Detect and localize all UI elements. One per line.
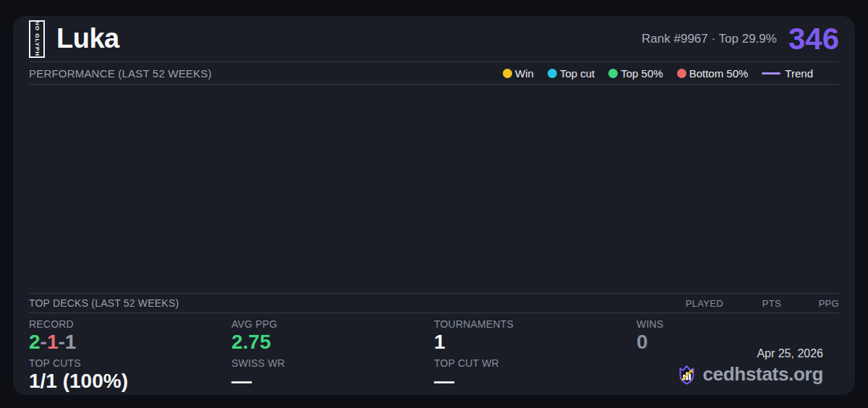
column-header-ppg: PPG	[781, 298, 839, 309]
stat-value-top-cut-wr: —	[434, 370, 637, 391]
legend-label: Top cut	[560, 67, 595, 80]
header-right: Rank #9967 · Top 29.9% 346	[642, 24, 839, 54]
brand-name: cedhstats.org	[702, 363, 823, 386]
stat-avg-ppg: AVG PPG 2.75	[231, 318, 434, 357]
stat-tournaments: TOURNAMENTS 1	[434, 318, 637, 357]
bottom50-dot-icon	[677, 69, 686, 78]
card-header: NO GLYPH Luka Rank #9967 · Top 29.9% 346	[29, 16, 839, 62]
brand-row: cedhstats.org	[677, 363, 823, 386]
record-draws: 1	[65, 331, 77, 353]
stat-value-record: 2-1-1	[29, 331, 231, 352]
player-name: Luka	[56, 23, 119, 54]
top-decks-title: TOP DECKS (LAST 52 WEEKS)	[29, 297, 179, 309]
avatar-placeholder-icon: NO GLYPH	[29, 20, 45, 58]
record-losses: 1	[47, 331, 59, 353]
legend-label: Bottom 50%	[689, 67, 749, 80]
stat-label: SWISS WR	[231, 357, 434, 369]
points-value: 346	[788, 24, 839, 54]
stat-label: AVG PPG	[231, 318, 434, 330]
column-header-pts: PTS	[723, 298, 781, 309]
avatar-placeholder-label: NO GLYPH	[34, 21, 41, 56]
performance-header-row: PERFORMANCE (LAST 52 WEEKS) Win Top cut …	[29, 62, 839, 85]
chart-legend: Win Top cut Top 50% Bottom 50% Trend	[503, 67, 839, 80]
top-decks-header-row: TOP DECKS (LAST 52 WEEKS) PLAYED PTS PPG	[29, 294, 839, 313]
trend-line-icon	[762, 72, 780, 75]
stat-top-cut-wr: TOP CUT WR —	[434, 357, 637, 396]
win-dot-icon	[503, 69, 512, 78]
legend-item-win: Win	[503, 67, 534, 80]
legend-item-trend: Trend	[762, 67, 813, 80]
legend-label: Win	[515, 67, 534, 80]
stat-value-avg-ppg: 2.75	[231, 331, 434, 352]
legend-item-top-cut: Top cut	[548, 67, 595, 80]
top-cut-dot-icon	[548, 69, 557, 78]
legend-label: Top 50%	[621, 67, 663, 80]
legend-item-bottom50: Bottom 50%	[677, 67, 749, 80]
stat-value-tournaments: 1	[434, 331, 637, 352]
stat-value-top-cuts: 1/1 (100%)	[29, 370, 231, 391]
stat-record: RECORD 2-1-1	[29, 318, 231, 357]
record-separator: -	[58, 331, 64, 353]
rank-text: Rank #9967 · Top 29.9%	[642, 32, 777, 46]
stat-value-swiss-wr: —	[231, 370, 434, 391]
stat-label: TOP CUT WR	[434, 357, 637, 369]
stat-label: WINS	[637, 318, 839, 330]
column-header-played: PLAYED	[665, 298, 723, 309]
top-decks-columns: PLAYED PTS PPG	[665, 298, 839, 309]
card-date: Apr 25, 2026	[677, 347, 823, 360]
stat-swiss-wr: SWISS WR —	[231, 357, 434, 396]
record-wins: 2	[29, 331, 41, 353]
performance-title: PERFORMANCE (LAST 52 WEEKS)	[29, 67, 212, 80]
stat-label: TOP CUTS	[29, 357, 231, 369]
legend-item-top50: Top 50%	[608, 67, 663, 80]
card-footer: Apr 25, 2026 cedhstats.org	[677, 347, 823, 386]
stat-top-cuts: TOP CUTS 1/1 (100%)	[29, 357, 231, 396]
stat-label: RECORD	[29, 318, 231, 330]
stats-section: RECORD 2-1-1 AVG PPG 2.75 TOURNAMENTS 1 …	[29, 313, 839, 394]
performance-chart	[29, 85, 839, 294]
cedhstats-logo-icon	[677, 364, 697, 385]
top50-dot-icon	[608, 69, 618, 78]
stat-label: TOURNAMENTS	[434, 318, 637, 330]
record-separator: -	[41, 331, 47, 353]
player-stats-card: NO GLYPH Luka Rank #9967 · Top 29.9% 346…	[13, 16, 855, 395]
legend-label: Trend	[785, 67, 813, 80]
